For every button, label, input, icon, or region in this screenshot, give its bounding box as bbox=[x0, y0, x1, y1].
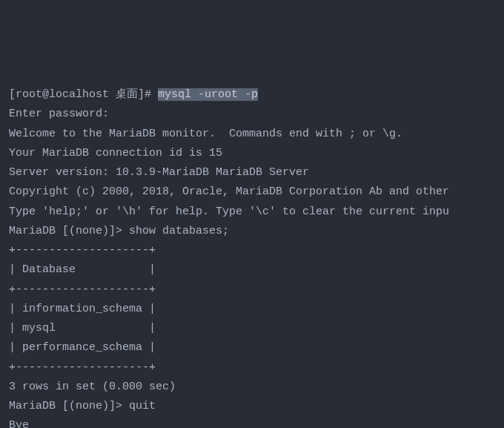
output-line: Your MariaDB connection id is 15 bbox=[9, 144, 495, 163]
table-border: +--------------------+ bbox=[9, 358, 495, 378]
table-header: | Database | bbox=[9, 260, 495, 280]
table-border: +--------------------+ bbox=[9, 241, 495, 260]
mariadb-prompt: MariaDB [(none)]> show databases; bbox=[9, 222, 495, 241]
table-row: | performance_schema | bbox=[9, 338, 495, 358]
terminal-output[interactable]: [root@localhost 桌面]# mysql -uroot -pEnte… bbox=[9, 85, 495, 428]
table-row: | information_schema | bbox=[9, 300, 495, 319]
output-line: Type 'help;' or '\h' for help. Type '\c'… bbox=[9, 203, 495, 222]
table-border: +--------------------+ bbox=[9, 280, 495, 300]
output-line: Copyright (c) 2000, 2018, Oracle, MariaD… bbox=[9, 182, 495, 202]
shell-prompt: [root@localhost 桌面]# bbox=[9, 88, 158, 101]
typed-command: mysql -uroot -p bbox=[158, 88, 258, 101]
output-line: Server version: 10.3.9-MariaDB MariaDB S… bbox=[9, 163, 495, 182]
output-line: Welcome to the MariaDB monitor. Commands… bbox=[9, 125, 495, 144]
mariadb-prompt: MariaDB [(none)]> quit bbox=[9, 397, 495, 416]
table-row: | mysql | bbox=[9, 319, 495, 338]
output-line: Bye bbox=[9, 416, 495, 428]
output-line: Enter password: bbox=[9, 105, 495, 124]
result-summary: 3 rows in set (0.000 sec) bbox=[9, 378, 495, 397]
command-line: [root@localhost 桌面]# mysql -uroot -p bbox=[9, 85, 495, 105]
